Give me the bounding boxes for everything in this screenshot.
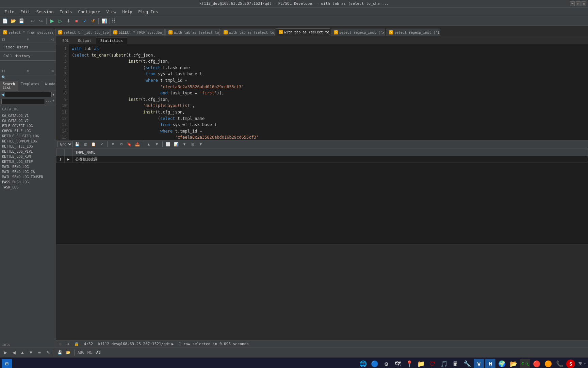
menu-edit[interactable]: Edit bbox=[18, 9, 33, 15]
catalog-item-3[interactable]: CHECK_FILE_LOG bbox=[0, 128, 56, 134]
task-app-files[interactable]: 📁 bbox=[416, 359, 426, 368]
add-icon[interactable]: + bbox=[52, 99, 54, 104]
status-connection-dropdown[interactable]: kf112_dev@168.63.25.207:1521/qdt ▶ bbox=[98, 342, 174, 346]
catalog-item-9[interactable]: KETTLE_LOG_STEP bbox=[0, 159, 56, 164]
step-button[interactable]: ⬇ bbox=[65, 17, 72, 25]
task-app-phone[interactable]: 📞 bbox=[555, 359, 565, 368]
result-table-btn[interactable]: ⊞ bbox=[189, 140, 196, 148]
task-app-terminal[interactable]: C:\ bbox=[520, 359, 530, 368]
catalog-item-7[interactable]: KETTLE_LOG_PIPE bbox=[0, 149, 56, 154]
result-chart-dropdown[interactable]: ▼ bbox=[181, 140, 188, 148]
catalog-item-10[interactable]: MAIL_SEND_LOG bbox=[0, 164, 56, 169]
result-table-dropdown[interactable]: ▼ bbox=[197, 140, 205, 148]
catalog-item-5[interactable]: KETTLE_COMMON_LOG bbox=[0, 139, 56, 144]
task-app-word2[interactable]: W bbox=[485, 359, 495, 368]
tab-5-active[interactable]: S with tab as (select to_cha ... × bbox=[276, 28, 330, 36]
result-refresh-btn[interactable]: ↺ bbox=[117, 140, 125, 148]
task-app-security[interactable]: 🛡 bbox=[427, 359, 438, 368]
result-view-btn[interactable]: 📊 bbox=[173, 140, 180, 148]
task-app-sougou[interactable]: S bbox=[566, 359, 575, 368]
sidebar-ctrl-3[interactable]: ◁ bbox=[50, 37, 54, 42]
result-clear-btn[interactable]: 🗑 bbox=[82, 140, 89, 148]
catalog-item-8[interactable]: KETTLE_LOG_RUN bbox=[0, 154, 56, 159]
tab-2[interactable]: S SELECT * FROM sys.dba_jobs; bbox=[110, 29, 165, 36]
tab-3[interactable]: S with tab as (select to_cha ... bbox=[165, 29, 220, 36]
result-check-btn[interactable]: ✓ bbox=[98, 140, 105, 148]
catalog-item-12[interactable]: MAIL_SEND_LOG_TOUSER bbox=[0, 174, 56, 180]
result-format-select[interactable]: Grid bbox=[58, 141, 73, 147]
debug-button[interactable]: ▷ bbox=[56, 17, 64, 25]
editor-tab-statistics[interactable]: Statistics bbox=[96, 37, 127, 44]
result-copy-btn[interactable]: 📋 bbox=[90, 140, 97, 148]
catalog-item-11[interactable]: MAIL_SEND_LOG_CA bbox=[0, 169, 56, 174]
result-export-btn[interactable]: 📤 bbox=[134, 140, 141, 148]
result-up-btn[interactable]: ▲ bbox=[145, 140, 152, 148]
task-app-map[interactable]: 🗺 bbox=[393, 359, 403, 368]
catalog-item-2[interactable]: FILE_COVERT_LOG bbox=[0, 123, 56, 128]
task-app-location[interactable]: 📍 bbox=[404, 359, 414, 368]
btb-edit[interactable]: ✎ bbox=[44, 349, 52, 356]
btb-down[interactable]: ▼ bbox=[27, 349, 35, 356]
col-header-tmpl-name[interactable]: TMPL_NAME bbox=[72, 149, 588, 156]
tab-1[interactable]: S select t.r_id, t.o_type, t... bbox=[55, 29, 110, 36]
btb-back[interactable]: ◀ bbox=[10, 349, 18, 356]
task-app-tools[interactable]: 🔧 bbox=[462, 359, 472, 368]
tab-0[interactable]: S select * from sys.pass_pus ... bbox=[0, 29, 54, 36]
btb-save2[interactable]: 💾 bbox=[56, 349, 64, 356]
sidebar-ctrl-1[interactable]: □ bbox=[1, 37, 6, 42]
catalog-item-1[interactable]: CA_CATALOG_V2 bbox=[0, 118, 56, 123]
menu-configure[interactable]: Configure bbox=[76, 9, 103, 15]
fixed-users-item[interactable]: Fixed Users bbox=[2, 44, 54, 50]
more-icon[interactable]: ... bbox=[46, 99, 52, 104]
result-bookmark-btn[interactable]: 🔖 bbox=[126, 140, 133, 148]
sidebar-ctrl2-3[interactable]: ◁ bbox=[50, 68, 54, 73]
task-app-media[interactable]: 🎵 bbox=[439, 359, 449, 368]
task-app-browser2[interactable]: 🌍 bbox=[497, 359, 507, 368]
editor-tab-sql[interactable]: SQL bbox=[58, 37, 74, 44]
btb-play[interactable]: ▶ bbox=[2, 349, 9, 356]
menu-file[interactable]: File bbox=[2, 9, 17, 15]
dropdown-icon[interactable]: ▼ bbox=[52, 93, 54, 96]
task-app-calc[interactable]: 🖩 bbox=[451, 359, 461, 368]
catalog-item-14[interactable]: TASK_LOG bbox=[0, 185, 56, 190]
undo-button[interactable]: ↩ bbox=[29, 17, 36, 25]
btb-folder[interactable]: 📂 bbox=[65, 349, 72, 356]
btb-up[interactable]: ▲ bbox=[19, 349, 26, 356]
sidebar-ctrl2-2[interactable]: × bbox=[26, 68, 30, 73]
status-refresh-icon[interactable]: ↺ bbox=[67, 342, 69, 346]
open-button[interactable]: 📂 bbox=[10, 17, 17, 25]
tab-7[interactable]: S select regexp_instr('1111' ... bbox=[386, 29, 440, 36]
task-app-red[interactable]: 🔴 bbox=[532, 359, 542, 368]
close-button[interactable]: ✕ bbox=[582, 1, 586, 6]
menu-help[interactable]: Help bbox=[119, 9, 135, 15]
sidebar-tab-windo[interactable]: Windo bbox=[42, 81, 56, 91]
maximize-button[interactable]: □ bbox=[576, 1, 581, 6]
catalog-item-13[interactable]: PASS_PUSH_LOG bbox=[0, 180, 56, 185]
sidebar-tab-search[interactable]: Search List bbox=[0, 81, 18, 91]
sidebar-tab-templates[interactable]: Templates bbox=[18, 81, 42, 91]
code-text[interactable]: with tab as (select to_char(substr(t.cfg… bbox=[69, 44, 588, 140]
task-app-ie[interactable]: 🌐 bbox=[358, 359, 368, 368]
editor-tab-output[interactable]: Output bbox=[74, 37, 96, 44]
stop-button[interactable]: ■ bbox=[73, 17, 80, 25]
task-app-orange[interactable]: 🟠 bbox=[543, 359, 553, 368]
menu-plugins[interactable]: Plug-Ins bbox=[135, 9, 161, 15]
run-button[interactable]: ▶ bbox=[48, 17, 56, 25]
commit-button[interactable]: ✓ bbox=[81, 17, 88, 25]
task-app-settings[interactable]: ⚙ bbox=[381, 359, 391, 368]
menu-tools[interactable]: Tools bbox=[57, 9, 75, 15]
result-save-btn[interactable]: 💾 bbox=[74, 140, 81, 148]
catalog-item-4[interactable]: KETTLE_CLUSTER_LOG bbox=[0, 134, 56, 139]
menu-view[interactable]: View bbox=[104, 9, 119, 15]
sidebar-ctrl-2[interactable]: × bbox=[26, 37, 30, 42]
catalog-item-6[interactable]: KETTLE_FILE_LOG bbox=[0, 144, 56, 149]
tab-6[interactable]: S select regexp_instr('xyz'v ... bbox=[331, 29, 385, 36]
btb-list[interactable]: ≡ bbox=[36, 349, 43, 356]
explain-button[interactable]: 📊 bbox=[100, 17, 108, 25]
task-app-word[interactable]: W bbox=[474, 359, 484, 368]
result-down-btn[interactable]: ▼ bbox=[153, 140, 161, 148]
minimize-button[interactable]: ─ bbox=[570, 1, 575, 6]
tab-4[interactable]: S with tab as (select to_cha ... bbox=[220, 29, 275, 36]
sidebar-ctrl2-1[interactable]: □ bbox=[1, 68, 6, 73]
task-app-folder2[interactable]: 📂 bbox=[508, 359, 519, 368]
